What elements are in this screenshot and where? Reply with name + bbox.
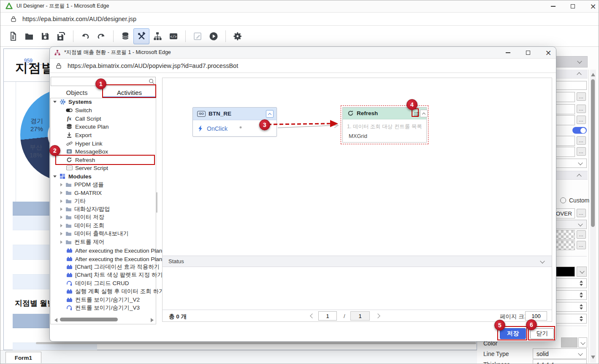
folder-icon — [65, 198, 72, 205]
open-folder-button[interactable] — [21, 28, 37, 44]
page-current-input[interactable] — [318, 311, 337, 321]
main-maximize-button[interactable] — [566, 2, 579, 11]
prop-custom-radio-row[interactable]: Custom — [560, 197, 589, 204]
popup-close-button[interactable]: × — [542, 48, 555, 57]
build-tools-button[interactable] — [133, 28, 149, 44]
prop-color-ellipsis-1[interactable]: … — [577, 230, 586, 239]
database-button[interactable] — [117, 28, 133, 44]
prop-toggle[interactable] — [572, 127, 587, 134]
edit-button[interactable] — [190, 28, 206, 44]
popup-titlebar[interactable]: *지점별 매출 현황 - 프로필 1 - Microsoft Edge — [50, 47, 556, 59]
lock-icon — [55, 62, 62, 69]
chevron-collapsed-icon[interactable] — [60, 224, 62, 227]
node-desc: 1. 데이터 조회 대상 컨트롤 목록 — [347, 123, 422, 130]
chevron-expanded-icon[interactable] — [53, 175, 57, 178]
panel-vscrollbar[interactable] — [590, 70, 596, 363]
main-urlbar[interactable]: https://epa.bimatrix.com/AUD/designer.js… — [0, 13, 599, 26]
main-close-button[interactable]: × — [587, 2, 599, 11]
search-icon[interactable] — [148, 78, 155, 85]
sitemap-button[interactable] — [149, 28, 165, 44]
save-button[interactable] — [37, 28, 53, 44]
tree-label: G-MATRIX — [74, 190, 102, 196]
module-brick-icon — [66, 256, 73, 262]
scroll-up-icon[interactable] — [591, 73, 595, 76]
tree-hscroll-thumb[interactable] — [60, 318, 118, 321]
status-header[interactable]: Status — [163, 256, 552, 267]
node-collapse-button[interactable] — [420, 110, 428, 117]
chevron-expanded-icon[interactable] — [53, 101, 57, 103]
tree-hscroll-left-icon[interactable] — [54, 318, 57, 322]
database-plan-icon — [66, 123, 73, 130]
status-collapse-icon[interactable] — [540, 259, 545, 263]
folder-icon — [65, 214, 72, 221]
pagination-divider — [163, 310, 552, 310]
node-collapse-button[interactable] — [266, 110, 274, 118]
tree-label: 실행 계획 실행 후 데이터 조회 하기 — [75, 288, 165, 295]
tree-label: After executing the Execution Plan, — [75, 256, 164, 262]
chevron-collapsed-icon[interactable] — [60, 216, 62, 219]
code-view-button[interactable]: </> — [165, 28, 182, 44]
chevron-collapsed-icon[interactable] — [60, 191, 62, 194]
svg-text:</>: </> — [170, 35, 176, 39]
tree-vscroll-thumb[interactable] — [156, 192, 157, 213]
form-tab-bar — [0, 350, 477, 364]
tree-hscroll-right-icon[interactable] — [151, 318, 154, 322]
prop-ellipsis-4[interactable]: … — [577, 116, 586, 124]
segment-label: 부산 — [30, 143, 42, 151]
scroll-thumb[interactable] — [591, 79, 595, 227]
page-size-input[interactable] — [525, 311, 547, 321]
prop-color-black-dropdown[interactable] — [577, 267, 587, 277]
main-minimize-button[interactable] — [547, 2, 559, 11]
thickness-input[interactable]: 1,1,1,1 — [533, 359, 587, 364]
chevron-collapsed-icon[interactable] — [60, 232, 62, 235]
radio-icon[interactable] — [560, 197, 566, 203]
popup-minimize-button[interactable] — [501, 48, 514, 57]
tree-label: Modules — [68, 173, 92, 180]
designer-hscrollbar[interactable] — [36, 342, 476, 344]
chevron-collapsed-icon[interactable] — [60, 200, 62, 203]
prop-ellipsis-6[interactable]: … — [577, 147, 586, 156]
tree-label: 데이터 조회 — [74, 222, 104, 229]
thickness-value: 1,1,1,1 — [537, 361, 555, 364]
folder-icon — [65, 181, 72, 188]
annotation-badge-5: 5 — [494, 320, 505, 331]
onclick-bolt-icon — [198, 125, 203, 132]
node-header[interactable]: GO BTN_RE — [193, 108, 276, 120]
prop-color-ellipsis-2[interactable]: … — [577, 241, 586, 249]
prop-ellipsis-5[interactable]: … — [577, 136, 586, 145]
chevron-collapsed-icon[interactable] — [60, 183, 62, 186]
popup-sitemap-icon — [54, 49, 61, 56]
scroll-down-icon[interactable] — [591, 356, 595, 359]
folder-icon — [65, 189, 72, 196]
segment-label: 경기 — [30, 117, 43, 125]
prop-over-ellipsis[interactable]: … — [577, 209, 586, 217]
module-brick-icon — [66, 288, 73, 295]
run-button[interactable] — [206, 28, 222, 44]
main-toolbar: </> — [0, 26, 599, 47]
prop-ellipsis-2[interactable]: … — [577, 92, 586, 101]
settings-button[interactable] — [230, 28, 246, 44]
popup-maximize-button[interactable] — [522, 48, 534, 57]
color-dropdown[interactable] — [578, 337, 587, 348]
annotation-badge-4: 4 — [407, 99, 417, 110]
line-type-dropdown[interactable]: solid — [533, 348, 587, 359]
new-document-button[interactable] — [5, 28, 21, 44]
module-brick-icon — [66, 272, 73, 278]
chevron-collapsed-icon[interactable] — [60, 240, 62, 244]
prop-ellipsis-3[interactable]: … — [577, 105, 586, 113]
node-target: MXGrid — [349, 133, 367, 139]
messagebox-icon — [66, 148, 73, 155]
event-label: OnClick — [207, 125, 228, 132]
pagination-total: 총 0 개 — [169, 313, 187, 321]
segment-pct: 27% — [30, 125, 43, 133]
form-tab[interactable]: Form1 — [5, 352, 41, 363]
tab-objects[interactable]: Objects — [51, 87, 103, 98]
redo-button[interactable] — [93, 28, 109, 44]
save-all-button[interactable] — [53, 28, 69, 44]
chevron-collapsed-icon[interactable] — [60, 208, 62, 211]
tree-label: 컨트롤 보이기/숨기기_V3 — [75, 304, 140, 312]
undo-button[interactable] — [77, 28, 93, 44]
color-swatch[interactable] — [561, 337, 577, 348]
popup-urlbar[interactable]: https://epa.bimatrix.com/AUD/popview.jsp… — [50, 59, 556, 73]
thickness-label: Thickness — [483, 361, 510, 364]
